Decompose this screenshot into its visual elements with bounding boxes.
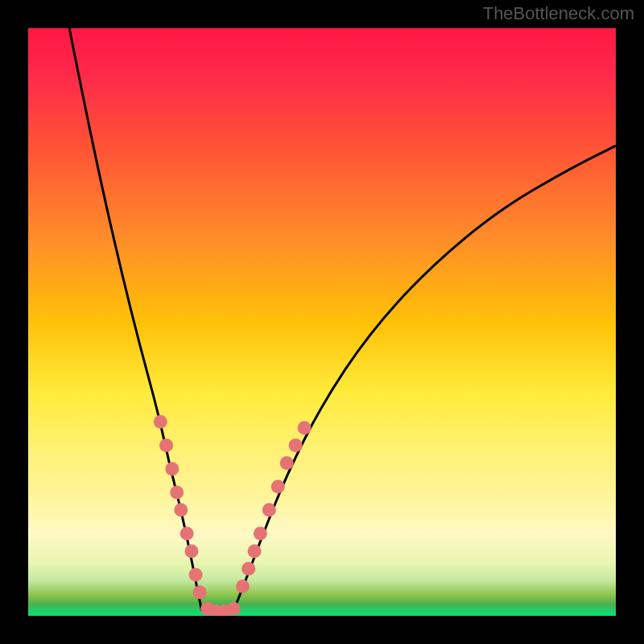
watermark-text: TheBottleneck.com: [483, 3, 634, 24]
data-point-left: [170, 485, 184, 499]
curve-overlay: [28, 28, 616, 616]
data-point-left: [165, 462, 179, 476]
data-point-right: [242, 562, 255, 576]
data-point-left: [193, 585, 207, 599]
bottleneck-curve: [69, 28, 616, 613]
data-point-right: [236, 580, 250, 593]
data-point-right: [298, 421, 312, 435]
data-point-right: [262, 503, 276, 517]
data-point-right: [280, 456, 294, 470]
data-point-right: [254, 526, 267, 540]
data-point-left: [184, 544, 198, 558]
data-point-bottom: [227, 602, 241, 616]
data-point-right: [248, 544, 262, 558]
data-point-right: [271, 480, 285, 493]
data-point-left: [154, 415, 167, 429]
chart-area: [28, 28, 616, 616]
data-point-left: [159, 439, 173, 452]
data-point-right: [289, 439, 303, 452]
data-point-left: [174, 503, 188, 517]
data-point-left: [180, 526, 194, 540]
data-point-left: [189, 568, 203, 581]
